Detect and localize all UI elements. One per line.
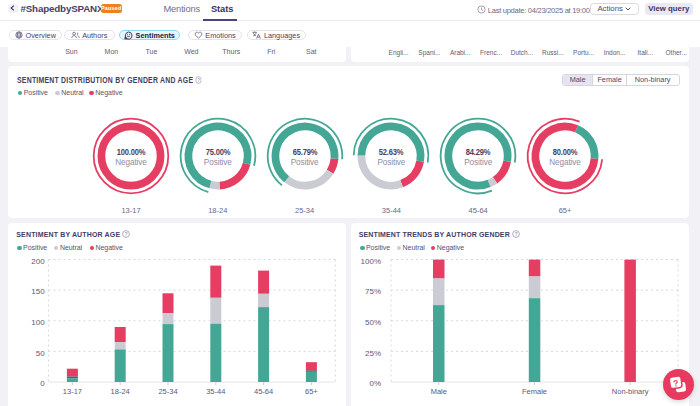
svg-text:?: ? [197,78,200,83]
